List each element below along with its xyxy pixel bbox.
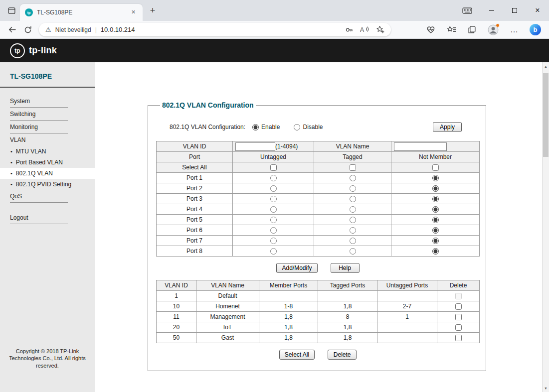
- port-8-not-member-radio[interactable]: [432, 248, 439, 255]
- port-1-tagged-radio[interactable]: [350, 175, 356, 181]
- port-columns-row: Port Untagged Tagged Not Member: [157, 152, 480, 162]
- delete-checkbox[interactable]: [455, 324, 462, 331]
- refresh-button[interactable]: [21, 23, 35, 37]
- settings-more-icon[interactable]: …: [510, 25, 518, 34]
- port-5-tagged-radio[interactable]: [350, 217, 356, 223]
- profile-avatar[interactable]: [488, 24, 499, 35]
- select-all-label: Select All: [157, 162, 233, 173]
- delete-button[interactable]: Delete: [328, 350, 357, 360]
- port-3-untagged-radio[interactable]: [270, 196, 277, 202]
- select-all-not-member-checkbox[interactable]: [432, 164, 439, 171]
- port-8-untagged-cell: [233, 246, 314, 257]
- sidebar-item-switching[interactable]: Switching: [0, 108, 95, 120]
- port-label: Port 7: [157, 236, 233, 246]
- port-4-untagged-radio[interactable]: [270, 206, 277, 213]
- select-all-untagged-checkbox[interactable]: [270, 164, 277, 171]
- port-4-tagged-cell: [314, 204, 391, 215]
- vlan-untagged-ports: [377, 333, 437, 343]
- close-window-button[interactable]: ×: [526, 0, 549, 21]
- vlan-row: 50Gast1,81,8: [157, 333, 480, 343]
- scroll-thumb[interactable]: [543, 73, 549, 157]
- sidebar-item-label: Monitoring: [10, 124, 38, 131]
- scroll-up-button[interactable]: ▲: [543, 62, 549, 70]
- vlan-untagged-ports: 1: [377, 312, 437, 322]
- sidebar-item-system[interactable]: System: [0, 95, 95, 107]
- scroll-track[interactable]: [543, 70, 549, 384]
- sidebar-item-mtu-vlan[interactable]: •MTU VLAN: [0, 146, 95, 157]
- port-2-tagged-radio[interactable]: [350, 185, 356, 192]
- help-button[interactable]: Help: [331, 263, 360, 273]
- port-4-tagged-radio[interactable]: [350, 206, 356, 213]
- port-7-tagged-cell: [314, 236, 391, 246]
- keyboard-icon[interactable]: [462, 7, 472, 14]
- vlan-config-label: 802.1Q VLAN Configuration:: [170, 124, 245, 131]
- apply-button[interactable]: Apply: [433, 122, 462, 132]
- port-5-not-member-radio[interactable]: [432, 217, 439, 223]
- port-6-untagged-radio[interactable]: [270, 227, 277, 234]
- sidebar-item-vlan[interactable]: VLAN: [0, 133, 95, 146]
- sidebar-item-logout[interactable]: Logout: [0, 211, 95, 224]
- enable-option[interactable]: Enable: [252, 124, 280, 131]
- delete-checkbox[interactable]: [455, 314, 462, 320]
- vlan-vlan-id: 20: [157, 322, 196, 333]
- sidebar-item-port-based-vlan[interactable]: •Port Based VLAN: [0, 157, 95, 168]
- password-key-icon[interactable]: [345, 26, 353, 34]
- add-modify-button[interactable]: Add/Modify: [276, 263, 317, 273]
- vlan-id-input[interactable]: [235, 142, 275, 151]
- app-body: TL-SG108PE SystemSwitchingMonitoringVLAN…: [0, 62, 549, 392]
- port-3-not-member-radio[interactable]: [432, 196, 439, 202]
- favorites-bar-icon[interactable]: [447, 25, 456, 34]
- port-2-untagged-cell: [233, 183, 314, 194]
- browser-essentials-icon[interactable]: [426, 25, 435, 34]
- port-2-not-member-cell: [391, 183, 480, 194]
- vlan-name-input[interactable]: [394, 142, 447, 151]
- browser-tab[interactable]: tp TL-SG108PE ×: [20, 4, 143, 21]
- tab-actions-icon[interactable]: [5, 4, 18, 17]
- tab-close-icon[interactable]: ×: [129, 8, 138, 17]
- port-1-not-member-radio[interactable]: [432, 175, 439, 181]
- scroll-down-button[interactable]: ▼: [543, 384, 549, 392]
- select-all-button[interactable]: Select All: [279, 350, 315, 360]
- vlan-config-enable-radio[interactable]: [252, 124, 259, 131]
- port-2-not-member-radio[interactable]: [432, 185, 439, 192]
- port-6-tagged-radio[interactable]: [350, 227, 356, 234]
- collections-icon[interactable]: [468, 25, 476, 34]
- browser-titlebar: tp TL-SG108PE × + ×: [0, 0, 549, 21]
- read-aloud-icon[interactable]: A: [360, 25, 369, 34]
- vlan-name: Homenet: [196, 301, 259, 312]
- port-8-untagged-radio[interactable]: [270, 248, 277, 255]
- vlan-config-disable-radio[interactable]: [294, 124, 300, 131]
- delete-checkbox[interactable]: [455, 335, 462, 341]
- enable-label: Enable: [261, 124, 280, 131]
- port-7-untagged-radio[interactable]: [270, 238, 277, 244]
- add-favorite-star-icon[interactable]: [376, 25, 384, 34]
- sidebar-item-monitoring[interactable]: Monitoring: [0, 121, 95, 133]
- port-5-untagged-radio[interactable]: [270, 217, 277, 223]
- maximize-button[interactable]: [503, 0, 526, 21]
- vlan-name: IoT: [196, 322, 259, 333]
- sidebar-item-802-1q-vlan[interactable]: •802.1Q VLAN: [0, 168, 95, 179]
- minimize-button[interactable]: [480, 0, 503, 21]
- select-all-tagged-checkbox[interactable]: [350, 164, 356, 171]
- port-3-tagged-radio[interactable]: [350, 196, 356, 202]
- port-6-not-member-radio[interactable]: [432, 227, 439, 234]
- port-7-not-member-radio[interactable]: [432, 238, 439, 244]
- vlan-untagged-ports: 2-7: [377, 301, 437, 312]
- vlan-untagged-ports: [377, 322, 437, 333]
- port-7-tagged-radio[interactable]: [350, 238, 356, 244]
- new-tab-button[interactable]: +: [146, 3, 160, 17]
- address-bar[interactable]: ⚠ Niet beveiligd | 10.0.10.214 A: [39, 23, 391, 36]
- port-4-not-member-radio[interactable]: [432, 206, 439, 213]
- sidebar-item-qos[interactable]: QoS: [0, 190, 95, 202]
- vlan-list-header-row: VLAN ID VLAN Name Member Ports Tagged Po…: [157, 280, 480, 291]
- sidebar-item-802-1q-pvid-setting[interactable]: •802.1Q PVID Setting: [0, 179, 95, 190]
- disable-option[interactable]: Disable: [294, 124, 323, 131]
- copilot-bing-icon[interactable]: b: [530, 24, 541, 35]
- port-1-untagged-radio[interactable]: [270, 175, 277, 181]
- back-button[interactable]: [5, 23, 19, 37]
- port-2-untagged-radio[interactable]: [270, 185, 277, 192]
- delete-checkbox[interactable]: [455, 303, 462, 310]
- port-5-tagged-cell: [314, 215, 391, 225]
- scrollbar[interactable]: ▲ ▼: [542, 62, 549, 392]
- port-8-tagged-radio[interactable]: [350, 248, 356, 255]
